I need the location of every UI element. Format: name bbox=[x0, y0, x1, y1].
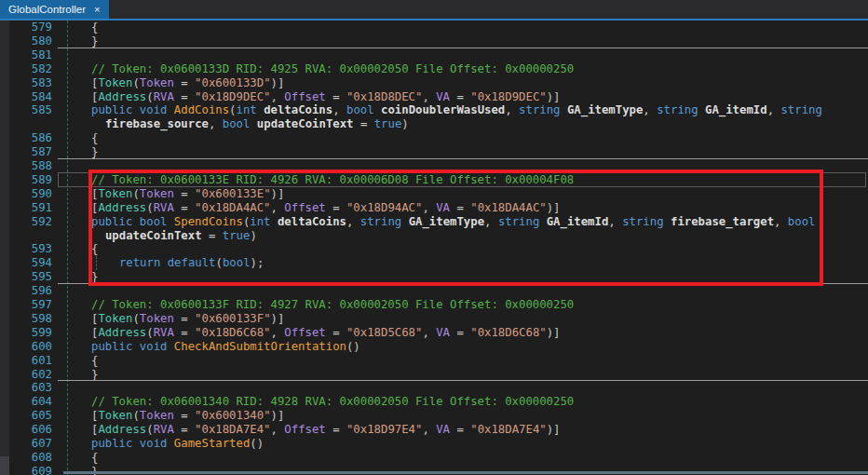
code-text: // Token: 0x0600133D RID: 4925 RVA: 0x00… bbox=[91, 62, 574, 76]
line-number: 598 bbox=[0, 312, 52, 326]
line-number: 579 bbox=[0, 20, 52, 34]
code-editor[interactable]: 579{580}581582// Token: 0x0600133D RID: … bbox=[0, 20, 868, 475]
line-number: 600 bbox=[0, 340, 52, 354]
code-text: public void GameStarted() bbox=[91, 437, 264, 451]
code-text: // Token: 0x0600133F RID: 4927 RVA: 0x00… bbox=[91, 298, 574, 312]
line-number: 601 bbox=[0, 354, 52, 368]
close-icon[interactable]: × bbox=[94, 5, 100, 15]
tab-globalcontroller[interactable]: GlobalController × bbox=[0, 0, 109, 19]
code-text: [Token(Token = "0x600133F")] bbox=[91, 312, 284, 326]
line-number: 607 bbox=[0, 437, 52, 451]
code-text: { bbox=[91, 131, 98, 145]
line-number: 582 bbox=[0, 62, 52, 76]
code-text: { bbox=[91, 451, 98, 465]
line-number: 608 bbox=[0, 451, 52, 465]
line-number: 609 bbox=[0, 465, 52, 475]
code-line[interactable]: 597// Token: 0x0600133F RID: 4927 RVA: 0… bbox=[0, 298, 868, 312]
code-line[interactable]: 605[Token(Token = "0x6001340")] bbox=[0, 409, 868, 423]
line-number: 584 bbox=[0, 90, 52, 104]
code-line[interactable]: 607public void GameStarted() bbox=[0, 437, 868, 451]
code-line[interactable]: 579{ bbox=[0, 20, 868, 34]
code-line[interactable]: 583[Token(Token = "0x600133D")] bbox=[0, 76, 868, 90]
tab-title: GlobalController bbox=[8, 4, 86, 15]
code-text: { bbox=[91, 354, 98, 368]
code-text: // Token: 0x06001340 RID: 4928 RVA: 0x00… bbox=[91, 395, 574, 409]
tab-bar: GlobalController × bbox=[0, 0, 868, 19]
code-text: public void AddCoins(int deltaCoins, boo… bbox=[91, 103, 822, 117]
line-number: 596 bbox=[0, 284, 52, 298]
code-text: [Token(Token = "0x600133D")] bbox=[91, 76, 284, 90]
code-text: [Address(RVA = "0x18D6C68", Offset = "0x… bbox=[91, 326, 561, 340]
line-number: 594 bbox=[0, 256, 52, 270]
code-line[interactable]: 600public void CheckAndSubmitOrientation… bbox=[0, 340, 868, 354]
code-line[interactable]: 586{ bbox=[0, 131, 868, 145]
line-number: 586 bbox=[0, 131, 52, 145]
line-number: 581 bbox=[0, 48, 52, 62]
code-text: } bbox=[91, 368, 98, 382]
code-line[interactable]: 596 bbox=[0, 284, 868, 298]
line-number: 605 bbox=[0, 409, 52, 423]
line-number: 583 bbox=[0, 76, 52, 90]
line-number: 589 bbox=[0, 173, 52, 187]
code-line[interactable]: firebase_source, bool updateCoinText = t… bbox=[0, 117, 868, 131]
code-line[interactable]: 606[Address(RVA = "0x18DA7E4", Offset = … bbox=[0, 423, 868, 437]
line-number: 597 bbox=[0, 298, 52, 312]
code-text: [Token(Token = "0x6001340")] bbox=[91, 409, 284, 423]
line-number: 595 bbox=[0, 270, 52, 284]
line-number: 593 bbox=[0, 242, 52, 256]
code-line[interactable]: 598[Token(Token = "0x600133F")] bbox=[0, 312, 868, 326]
line-number: 587 bbox=[0, 145, 52, 159]
decompiler-window: GlobalController × 579{580}581582// Toke… bbox=[0, 0, 868, 475]
line-number: 590 bbox=[0, 187, 52, 201]
code-line[interactable]: 587} bbox=[0, 145, 868, 159]
line-number: 585 bbox=[0, 103, 52, 117]
line-number: 606 bbox=[0, 423, 52, 437]
code-line[interactable]: 603 bbox=[0, 381, 868, 395]
line-number: 599 bbox=[0, 326, 52, 340]
line-number: 603 bbox=[0, 381, 52, 395]
code-text: firebase_source, bool updateCoinText = t… bbox=[91, 117, 409, 131]
line-number: 602 bbox=[0, 368, 52, 382]
code-line[interactable]: 601{ bbox=[0, 354, 868, 368]
line-number: 592 bbox=[0, 215, 52, 229]
code-line[interactable]: 582// Token: 0x0600133D RID: 4925 RVA: 0… bbox=[0, 62, 868, 76]
code-line[interactable]: 584[Address(RVA = "0x18D9DEC", Offset = … bbox=[0, 90, 868, 104]
line-number: 580 bbox=[0, 34, 52, 48]
code-line[interactable]: 604// Token: 0x06001340 RID: 4928 RVA: 0… bbox=[0, 395, 868, 409]
code-text: { bbox=[91, 20, 98, 34]
code-text: [Address(RVA = "0x18D9DEC", Offset = "0x… bbox=[91, 90, 561, 104]
code-line[interactable]: 580} bbox=[0, 34, 868, 48]
code-text: public void CheckAndSubmitOrientation() bbox=[91, 340, 360, 354]
line-number: 591 bbox=[0, 201, 52, 215]
code-text: } bbox=[91, 34, 98, 48]
code-line[interactable]: 599[Address(RVA = "0x18D6C68", Offset = … bbox=[0, 326, 868, 340]
code-line[interactable]: 581 bbox=[0, 48, 868, 62]
code-line[interactable]: 585public void AddCoins(int deltaCoins, … bbox=[0, 103, 868, 117]
annotation-red-box bbox=[88, 170, 823, 286]
line-number: 588 bbox=[0, 159, 52, 173]
bottom-divider bbox=[63, 471, 868, 474]
line-number: 604 bbox=[0, 395, 52, 409]
code-line[interactable]: 608{ bbox=[0, 451, 868, 465]
code-text: } bbox=[91, 145, 98, 159]
code-text: [Address(RVA = "0x18DA7E4", Offset = "0x… bbox=[91, 423, 561, 437]
code-line[interactable]: 602} bbox=[0, 368, 868, 382]
